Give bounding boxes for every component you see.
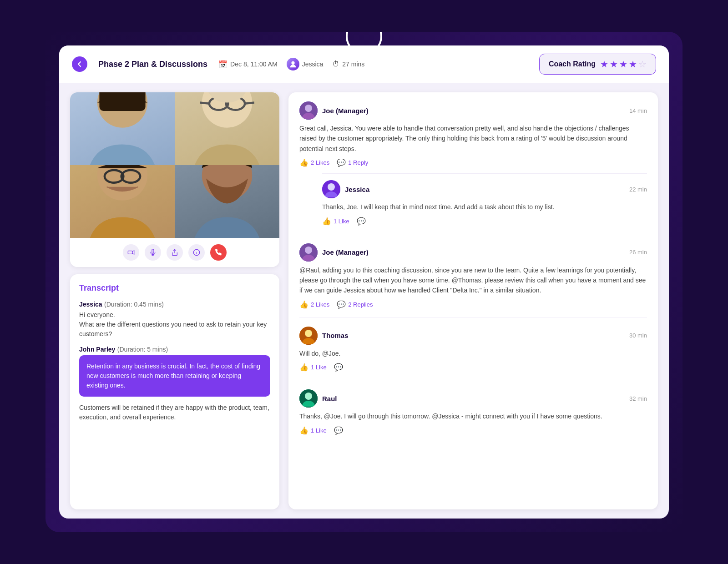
like-button-jessica[interactable]: 👍 1 Like: [322, 217, 349, 226]
star-2[interactable]: ★: [610, 59, 618, 70]
svg-point-0: [291, 61, 294, 65]
svg-point-30: [305, 393, 312, 400]
thumbs-up-icon-joe-2: 👍: [299, 300, 308, 309]
likes-count-raul: 1 Like: [311, 427, 327, 434]
coach-rating-box: Coach Rating ★ ★ ★ ★ ☆: [539, 54, 656, 75]
avatar-thomas: [299, 327, 318, 345]
comment-author-row-joe-1: Joe (Manager): [299, 101, 369, 120]
svg-point-26: [305, 247, 312, 254]
comment-icon-joe-1: 💬: [337, 158, 346, 167]
nested-actions-jessica: 👍 1 Like 💬: [322, 217, 647, 226]
transcript-text-1: Hi everyone.What are the different quest…: [79, 310, 270, 339]
comment-joe-2: Joe (Manager) 26 min @Raul, adding you t…: [299, 243, 647, 317]
presenter-name: Jessica: [302, 60, 324, 68]
reply-button-raul[interactable]: 💬: [334, 426, 343, 435]
comment-icon-raul: 💬: [334, 426, 343, 435]
likes-count-jessica: 1 Like: [334, 218, 349, 225]
avatar-joe-1: [299, 101, 318, 120]
svg-point-28: [305, 330, 312, 337]
transcript-entry-1: Jessica (Duration: 0.45 mins) Hi everyon…: [79, 300, 270, 339]
transcript-entry-3: Customers will be retained if they are h…: [79, 403, 270, 422]
svg-rect-14: [128, 251, 132, 254]
star-1[interactable]: ★: [600, 59, 608, 70]
svg-point-24: [328, 183, 335, 191]
comment-thomas: Thomas 30 min Will do, @Joe. 👍 1 Like 💬: [299, 327, 647, 380]
comment-author-row-thomas: Thomas: [299, 327, 349, 345]
thumbs-up-icon-jessica: 👍: [322, 217, 331, 226]
comment-actions-joe-1: 👍 2 Likes 💬 1 Reply: [299, 158, 647, 167]
thumbs-up-icon-thomas: 👍: [299, 363, 308, 372]
star-5[interactable]: ☆: [638, 59, 647, 70]
video-cell-1: [70, 92, 175, 165]
likes-count-joe-1: 2 Likes: [311, 159, 329, 166]
duration-text: 27 mins: [342, 60, 364, 68]
comment-author-row-raul: Raul: [299, 389, 337, 408]
comment-name-joe-1: Joe (Manager): [322, 107, 369, 115]
comment-text-joe-1: Great call, Jessica. You were able to ha…: [299, 123, 647, 154]
svg-line-6: [200, 103, 209, 104]
main-card: Phase 2 Plan & Discussions 📅 Dec 8, 11:0…: [59, 45, 669, 519]
transcript-title: Transcript: [79, 283, 270, 293]
nested-time-jessica: 22 min: [629, 186, 647, 193]
like-button-joe-2[interactable]: 👍 2 Likes: [299, 300, 329, 309]
svg-point-9: [97, 165, 147, 201]
comment-raul: Raul 32 min Thanks, @Joe. I will go thro…: [299, 389, 647, 434]
comment-name-thomas: Thomas: [322, 332, 349, 339]
comment-icon-joe-2: 💬: [337, 300, 346, 309]
page-title: Phase 2 Plan & Discussions: [98, 60, 207, 69]
comment-actions-thomas: 👍 1 Like 💬: [299, 363, 647, 372]
avatar-raul: [299, 389, 318, 408]
reply-button-jessica[interactable]: 💬: [357, 217, 366, 226]
like-button-raul[interactable]: 👍 1 Like: [299, 426, 327, 435]
info-btn[interactable]: [188, 244, 205, 261]
nested-author-jessica: Jessica: [322, 180, 369, 198]
comment-actions-raul: 👍 1 Like 💬: [299, 426, 647, 435]
thumbs-up-icon-joe-1: 👍: [299, 158, 308, 167]
transcript-card: Transcript Jessica (Duration: 0.45 mins)…: [70, 274, 279, 509]
star-3[interactable]: ★: [619, 59, 627, 70]
date-meta: 📅 Dec 8, 11:00 AM: [218, 60, 278, 69]
comment-actions-joe-2: 👍 2 Likes 💬 2 Replies: [299, 300, 647, 309]
comment-header-joe-1: Joe (Manager) 14 min: [299, 101, 647, 120]
comment-header-joe-2: Joe (Manager) 26 min: [299, 243, 647, 262]
comment-time-joe-2: 26 min: [629, 249, 647, 256]
transcript-text-3: Customers will be retained if they are h…: [79, 403, 270, 422]
transcript-highlight-2: Retention in any business is crucial. In…: [79, 355, 270, 397]
likes-count-thomas: 1 Like: [311, 364, 327, 371]
end-call-btn[interactable]: [210, 244, 227, 261]
reply-button-joe-1[interactable]: 💬 1 Reply: [337, 158, 368, 167]
header-meta: 📅 Dec 8, 11:00 AM Jessica ⏱ 27 mins: [218, 58, 528, 70]
star-4[interactable]: ★: [629, 59, 637, 70]
comment-time-joe-1: 14 min: [629, 107, 647, 114]
comment-icon-thomas: 💬: [334, 363, 343, 372]
replies-count-joe-2: 2 Replies: [348, 301, 373, 308]
svg-point-22: [305, 105, 312, 112]
replies-count-joe-1: 1 Reply: [348, 159, 368, 166]
video-toggle-btn[interactable]: [123, 244, 139, 261]
date-text: Dec 8, 11:00 AM: [230, 60, 278, 68]
mute-btn[interactable]: [145, 244, 161, 261]
comment-text-thomas: Will do, @Joe.: [299, 348, 647, 358]
nested-name-jessica: Jessica: [345, 186, 369, 193]
like-button-thomas[interactable]: 👍 1 Like: [299, 363, 327, 372]
nested-jessica: Jessica 22 min Thanks, Joe. I will keep …: [322, 173, 647, 225]
calendar-icon: 📅: [218, 60, 228, 69]
left-panel: Transcript Jessica (Duration: 0.45 mins)…: [70, 92, 279, 509]
comment-joe-1: Joe (Manager) 14 min Great call, Jessica…: [299, 101, 647, 234]
comment-text-joe-2: @Raul, adding you to this coaching discu…: [299, 265, 647, 296]
reply-button-joe-2[interactable]: 💬 2 Replies: [337, 300, 373, 309]
presenter-meta: Jessica: [287, 58, 324, 70]
share-btn[interactable]: [167, 244, 183, 261]
comment-time-raul: 32 min: [629, 395, 647, 402]
avatar-jessica: [322, 180, 340, 198]
nested-header-jessica: Jessica 22 min: [322, 180, 647, 198]
star-rating[interactable]: ★ ★ ★ ★ ☆: [600, 59, 647, 70]
header: Phase 2 Plan & Discussions 📅 Dec 8, 11:0…: [59, 45, 669, 83]
comment-header-thomas: Thomas 30 min: [299, 327, 647, 345]
back-button[interactable]: [72, 56, 87, 72]
reply-button-thomas[interactable]: 💬: [334, 363, 343, 372]
video-cell-4: [175, 165, 279, 238]
avatar-joe-2: [299, 243, 318, 262]
like-button-joe-1[interactable]: 👍 2 Likes: [299, 158, 329, 167]
comment-text-raul: Thanks, @Joe. I will go through this tom…: [299, 411, 647, 421]
